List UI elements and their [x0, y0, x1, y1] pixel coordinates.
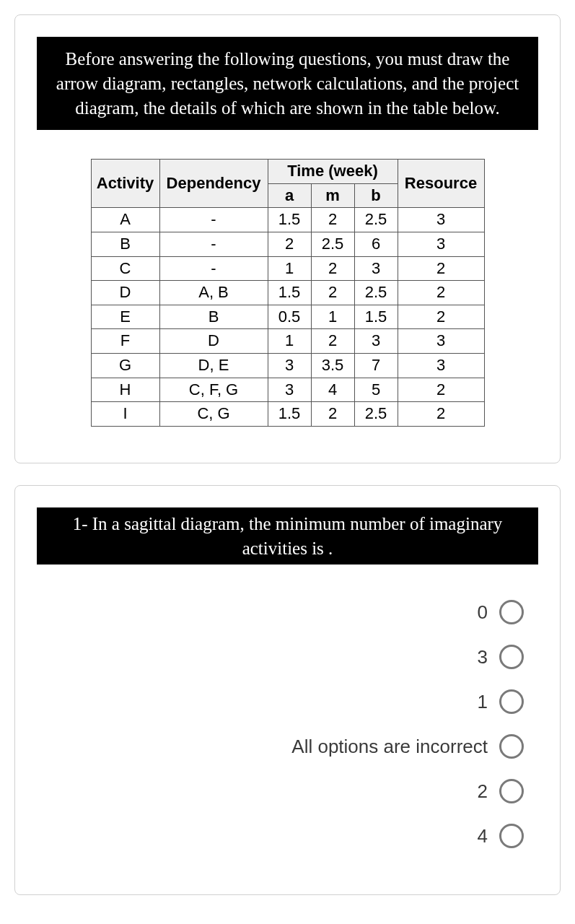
cell-m: 1: [311, 305, 354, 329]
cell-b: 1.5: [354, 305, 398, 329]
cell-a: 1.5: [268, 208, 311, 232]
cell-b: 3: [354, 256, 398, 281]
cell-activity: A: [91, 208, 159, 232]
question-banner: 1- In a sagittal diagram, the minimum nu…: [37, 507, 538, 565]
table-row: FD1233: [91, 329, 484, 354]
option-row[interactable]: All options are incorrect: [37, 724, 538, 769]
option-label: 1: [478, 691, 488, 713]
cell-activity: B: [91, 232, 159, 257]
cell-b: 7: [354, 354, 398, 378]
cell-resource: 3: [398, 208, 484, 232]
cell-b: 2.5: [354, 402, 398, 427]
cell-m: 2.5: [311, 232, 354, 257]
cell-a: 1.5: [268, 402, 311, 427]
option-label: 0: [478, 601, 488, 624]
header-activity: Activity: [91, 160, 159, 208]
cell-dependency: C, G: [159, 402, 268, 427]
cell-a: 2: [268, 232, 311, 257]
table-row: B-22.563: [91, 232, 484, 257]
option-row[interactable]: 3: [37, 635, 538, 679]
cell-resource: 2: [398, 378, 484, 402]
table-row: DA, B1.522.52: [91, 281, 484, 305]
option-row[interactable]: 0: [37, 590, 538, 635]
table-row: EB0.511.52: [91, 305, 484, 329]
cell-dependency: -: [159, 208, 268, 232]
header-row-1: Activity Dependency Time (week) Resource: [91, 160, 484, 184]
cell-m: 2: [311, 208, 354, 232]
cell-resource: 2: [398, 281, 484, 305]
cell-dependency: -: [159, 232, 268, 257]
cell-resource: 2: [398, 256, 484, 281]
header-dependency: Dependency: [159, 160, 268, 208]
cell-m: 2: [311, 256, 354, 281]
cell-a: 3: [268, 354, 311, 378]
cell-a: 1: [268, 329, 311, 354]
radio-icon[interactable]: [499, 689, 524, 714]
table-body: A-1.522.53B-22.563C-1232DA, B1.522.52EB0…: [91, 208, 484, 426]
cell-activity: H: [91, 378, 159, 402]
cell-activity: F: [91, 329, 159, 354]
cell-activity: C: [91, 256, 159, 281]
cell-resource: 2: [398, 402, 484, 427]
table-row: IC, G1.522.52: [91, 402, 484, 427]
cell-activity: I: [91, 402, 159, 427]
cell-b: 6: [354, 232, 398, 257]
page: Before answering the following questions…: [0, 0, 575, 924]
cell-b: 2.5: [354, 208, 398, 232]
option-label: 3: [478, 646, 488, 668]
cell-dependency: C, F, G: [159, 378, 268, 402]
header-a: a: [268, 183, 311, 208]
cell-a: 0.5: [268, 305, 311, 329]
table-row: C-1232: [91, 256, 484, 281]
cell-b: 5: [354, 378, 398, 402]
option-label: All options are incorrect: [291, 736, 488, 758]
options-list: 031All options are incorrect24: [37, 590, 538, 858]
cell-resource: 3: [398, 232, 484, 257]
radio-icon[interactable]: [499, 779, 524, 803]
cell-activity: G: [91, 354, 159, 378]
question-card: 1- In a sagittal diagram, the minimum nu…: [14, 485, 561, 896]
cell-dependency: A, B: [159, 281, 268, 305]
option-label: 2: [478, 780, 488, 803]
radio-icon[interactable]: [499, 600, 524, 624]
cell-resource: 2: [398, 305, 484, 329]
option-row[interactable]: 1: [37, 679, 538, 724]
cell-b: 3: [354, 329, 398, 354]
cell-dependency: D: [159, 329, 268, 354]
cell-m: 4: [311, 378, 354, 402]
cell-m: 2: [311, 329, 354, 354]
option-label: 4: [478, 825, 488, 847]
cell-m: 2: [311, 281, 354, 305]
cell-m: 2: [311, 402, 354, 427]
intro-card: Before answering the following questions…: [14, 14, 561, 463]
option-row[interactable]: 2: [37, 769, 538, 814]
radio-icon[interactable]: [499, 824, 524, 848]
cell-a: 1.5: [268, 281, 311, 305]
header-b: b: [354, 183, 398, 208]
cell-b: 2.5: [354, 281, 398, 305]
cell-dependency: -: [159, 256, 268, 281]
radio-icon[interactable]: [499, 734, 524, 759]
radio-icon[interactable]: [499, 645, 524, 669]
cell-resource: 3: [398, 329, 484, 354]
table-head: Activity Dependency Time (week) Resource…: [91, 160, 484, 208]
intro-banner: Before answering the following questions…: [37, 37, 538, 130]
table-row: HC, F, G3452: [91, 378, 484, 402]
cell-a: 3: [268, 378, 311, 402]
header-time-group: Time (week): [268, 160, 398, 184]
option-row[interactable]: 4: [37, 814, 538, 858]
cell-activity: E: [91, 305, 159, 329]
table-row: A-1.522.53: [91, 208, 484, 232]
cell-a: 1: [268, 256, 311, 281]
cell-m: 3.5: [311, 354, 354, 378]
cell-dependency: D, E: [159, 354, 268, 378]
table-wrap: Activity Dependency Time (week) Resource…: [37, 159, 538, 427]
activity-table: Activity Dependency Time (week) Resource…: [91, 159, 485, 427]
cell-activity: D: [91, 281, 159, 305]
cell-resource: 3: [398, 354, 484, 378]
header-resource: Resource: [398, 160, 484, 208]
header-m: m: [311, 183, 354, 208]
cell-dependency: B: [159, 305, 268, 329]
table-row: GD, E33.573: [91, 354, 484, 378]
